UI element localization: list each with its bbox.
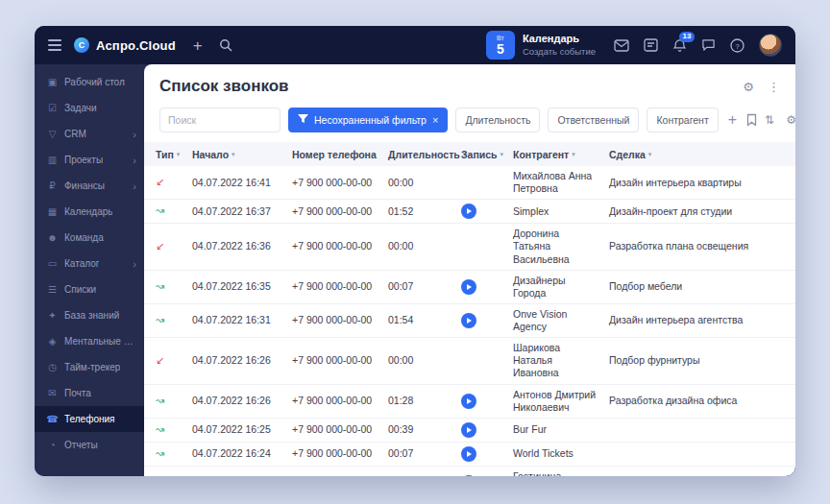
- sidebar-item-crm[interactable]: ▽ CRM ›: [35, 121, 144, 147]
- topbar-left: C Аспро.Cloud +: [48, 37, 232, 54]
- topbar: C Аспро.Cloud + Вт 5 Календарь Создать с…: [35, 26, 795, 64]
- play-record-button[interactable]: [461, 475, 476, 476]
- cell-start: 04.07.2022 16:35: [186, 276, 286, 297]
- play-record-button[interactable]: [461, 422, 476, 438]
- app-window: C Аспро.Cloud + Вт 5 Календарь Создать с…: [35, 26, 795, 476]
- search-icon[interactable]: [219, 38, 232, 52]
- sidebar-item-mail[interactable]: ✉ Почта: [35, 380, 144, 406]
- cell-phone: +7 900 000-00-00: [286, 420, 382, 440]
- cell-phone: +7 900 000-00-00: [286, 350, 382, 371]
- sidebar-item-telephony[interactable]: ☎ Телефония: [35, 406, 144, 432]
- table-row[interactable]: ↝ 04.07.2022 16:37 +7 900 000-00-00 01:5…: [144, 200, 795, 224]
- menu-toggle-icon[interactable]: [48, 39, 61, 51]
- sidebar-item-label: Ментальные карты: [64, 336, 136, 347]
- call-direction-icon: ↝: [156, 314, 164, 325]
- cell-counterparty: Simplex: [507, 202, 603, 222]
- sidebar-item-calendar[interactable]: ▦ Календарь: [35, 199, 144, 225]
- column-header[interactable]: Номер телефона: [286, 149, 382, 160]
- table-row[interactable]: ↝ 04.07.2022 16:24 +7 900 000-00-00 00:5…: [144, 467, 795, 476]
- cell-counterparty: Михайлова Анна Петровна: [507, 166, 603, 199]
- cell-start: 04.07.2022 16:25: [186, 420, 286, 440]
- cell-counterparty: Антонов Дмитрий Николаевич: [507, 385, 603, 418]
- table-header-row: Тип ▾ Начало ▾ Номер телефона Длительнос…: [144, 142, 795, 166]
- sidebar-item-reports[interactable]: ◔ Отчеты: [35, 432, 144, 458]
- sidebar-item-knowledge[interactable]: ✦ База знаний: [35, 302, 144, 328]
- cell-duration: 01:52: [382, 202, 455, 222]
- chat-icon[interactable]: [701, 38, 716, 52]
- play-record-button[interactable]: [461, 279, 476, 295]
- user-avatar[interactable]: [759, 34, 782, 57]
- notes-icon[interactable]: [644, 38, 658, 52]
- sidebar-item-label: Тайм-трекер: [64, 362, 120, 372]
- cell-counterparty: Шарикова Наталья Ивановна: [507, 338, 603, 383]
- sidebar-item-label: Задачи: [64, 103, 97, 113]
- help-icon[interactable]: ?: [730, 38, 745, 53]
- table-row[interactable]: ↙ 04.07.2022 16:26 +7 900 000-00-00 00:0…: [144, 338, 795, 384]
- main-panel: Список звонков ⚙ ⋮ Несохраненный фильтр …: [144, 64, 795, 476]
- sidebar-item-lists[interactable]: ☰ Списки: [35, 276, 144, 302]
- chevron-right-icon: ›: [129, 155, 136, 166]
- filter-chip[interactable]: Длительность: [455, 108, 540, 132]
- cell-deal: Дизайн интерьера агентства: [603, 310, 795, 330]
- cell-phone: +7 900 000-00-00: [286, 173, 382, 193]
- calendar-widget[interactable]: Вт 5 Календарь Создать событие: [486, 31, 596, 60]
- column-header[interactable]: Тип ▾: [144, 149, 186, 160]
- search-input[interactable]: [159, 108, 281, 132]
- sidebar-item-catalog[interactable]: ▭ Каталог ›: [35, 251, 144, 276]
- app-logo[interactable]: C Аспро.Cloud: [74, 37, 176, 53]
- calendar-weekday: Вт: [497, 35, 504, 41]
- sidebar-item-label: Телефония: [64, 414, 115, 424]
- quick-add-button[interactable]: +: [193, 37, 203, 54]
- mail-icon[interactable]: [614, 39, 629, 52]
- table-row[interactable]: ↝ 04.07.2022 16:35 +7 900 000-00-00 00:0…: [144, 271, 795, 304]
- cell-phone: +7 900 000-00-00: [286, 276, 382, 297]
- kebab-menu-icon[interactable]: ⋮: [768, 80, 780, 94]
- column-header[interactable]: Контрагент ▾: [507, 149, 603, 160]
- table-settings-icon[interactable]: ⚙: [786, 113, 795, 127]
- play-record-button[interactable]: [461, 394, 476, 409]
- sort-icon[interactable]: ⇅: [765, 113, 774, 127]
- play-record-button[interactable]: [461, 313, 476, 328]
- sidebar-item-mindmaps[interactable]: ◈ Ментальные карты: [35, 328, 144, 354]
- sidebar-item-icon: ◈: [46, 336, 59, 347]
- column-header-label: Начало: [192, 149, 229, 160]
- cell-counterparty: Гостиница "Южная": [507, 467, 603, 476]
- filter-chip[interactable]: Ответственный: [548, 108, 639, 132]
- body-row: ▣ Рабочий стол ☑ Задачи ▽ CRM › ▥ Проект…: [35, 64, 795, 476]
- page-settings-icon[interactable]: ⚙: [743, 80, 754, 94]
- remove-filter-icon[interactable]: ×: [432, 114, 438, 126]
- table-row[interactable]: ↝ 04.07.2022 16:24 +7 900 000-00-00 00:0…: [144, 443, 795, 467]
- play-record-button[interactable]: [461, 204, 476, 219]
- table-row[interactable]: ↝ 04.07.2022 16:25 +7 900 000-00-00 00:3…: [144, 419, 795, 443]
- bookmark-icon[interactable]: [746, 113, 757, 127]
- sidebar-item-label: Рабочий стол: [64, 77, 125, 87]
- add-filter-button[interactable]: +: [726, 111, 739, 129]
- play-record-button[interactable]: [461, 446, 476, 462]
- table-row[interactable]: ↝ 04.07.2022 16:31 +7 900 000-00-00 01:5…: [144, 304, 795, 338]
- sidebar-item-finance[interactable]: ₽ Финансы ›: [35, 173, 144, 199]
- column-header[interactable]: Запись ▾: [455, 149, 507, 160]
- column-header[interactable]: Длительность ▾: [382, 149, 455, 160]
- cell-duration: 00:07: [382, 444, 455, 464]
- table-row[interactable]: ↙ 04.07.2022 16:41 +7 900 000-00-00 00:0…: [144, 166, 795, 200]
- sidebar-item-time-tracker[interactable]: ◷ Тайм-трекер: [35, 354, 144, 380]
- create-event-link[interactable]: Создать событие: [523, 46, 596, 58]
- sidebar-item-projects[interactable]: ▥ Проекты ›: [35, 147, 144, 173]
- column-header[interactable]: Начало ▾: [186, 149, 286, 160]
- cell-deal: Ландшафтный дизайн: [603, 472, 795, 476]
- cell-counterparty: Onve Vision Agency: [507, 304, 603, 337]
- cell-deal: Подбор мебели: [603, 276, 795, 297]
- cell-start: 04.07.2022 16:37: [186, 202, 286, 222]
- sidebar-item-desktop[interactable]: ▣ Рабочий стол: [35, 69, 144, 95]
- filter-chip[interactable]: Контрагент: [647, 108, 718, 132]
- bell-icon[interactable]: 13: [672, 38, 687, 53]
- sidebar-item-label: Почта: [64, 388, 91, 398]
- column-header[interactable]: Сделка ▾: [603, 149, 795, 160]
- active-filter-chip[interactable]: Несохраненный фильтр ×: [288, 108, 448, 132]
- table-row[interactable]: ↝ 04.07.2022 16:26 +7 900 000-00-00 01:2…: [144, 385, 795, 419]
- notification-badge: 13: [679, 32, 695, 42]
- sidebar-item-icon: ☎: [46, 414, 59, 424]
- table-row[interactable]: ↙ 04.07.2022 16:36 +7 900 000-00-00 00:0…: [144, 224, 795, 270]
- sidebar-item-team[interactable]: ☻ Команда: [35, 225, 144, 251]
- sidebar-item-tasks[interactable]: ☑ Задачи: [35, 95, 144, 121]
